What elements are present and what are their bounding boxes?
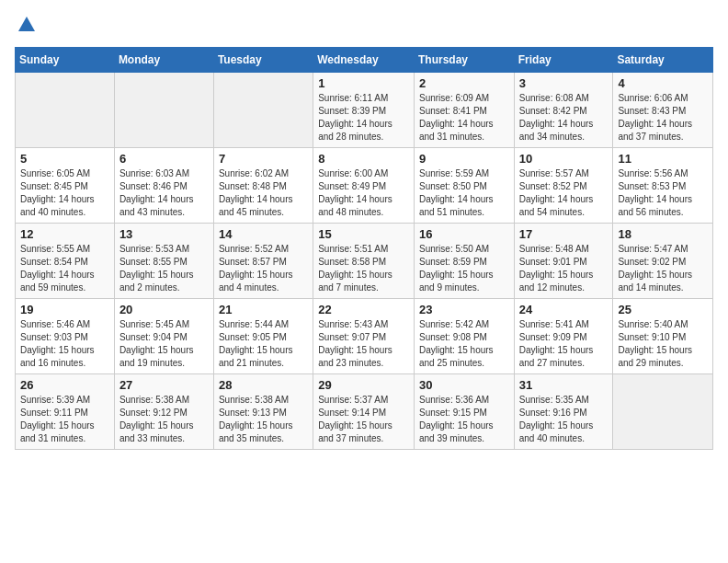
- calendar-body: 1Sunrise: 6:11 AM Sunset: 8:39 PM Daylig…: [16, 72, 713, 449]
- day-info: Sunrise: 5:48 AM Sunset: 9:01 PM Dayligh…: [519, 243, 609, 294]
- calendar-cell: 28Sunrise: 5:38 AM Sunset: 9:13 PM Dayli…: [213, 373, 313, 449]
- day-number: 12: [20, 227, 109, 241]
- day-info: Sunrise: 5:37 AM Sunset: 9:14 PM Dayligh…: [318, 394, 409, 445]
- calendar-header: SundayMondayTuesdayWednesdayThursdayFrid…: [16, 47, 713, 72]
- day-info: Sunrise: 5:36 AM Sunset: 9:15 PM Dayligh…: [419, 394, 509, 445]
- calendar-cell: 31Sunrise: 5:35 AM Sunset: 9:16 PM Dayli…: [514, 373, 613, 449]
- day-number: 31: [519, 378, 609, 392]
- weekday-header: Tuesday: [213, 47, 313, 72]
- day-number: 7: [219, 152, 308, 166]
- day-info: Sunrise: 5:39 AM Sunset: 9:11 PM Dayligh…: [20, 394, 109, 445]
- calendar-cell: 17Sunrise: 5:48 AM Sunset: 9:01 PM Dayli…: [514, 223, 613, 298]
- day-number: 26: [20, 378, 109, 392]
- calendar-cell: 1Sunrise: 6:11 AM Sunset: 8:39 PM Daylig…: [313, 72, 415, 147]
- day-number: 24: [519, 303, 609, 316]
- weekday-header: Friday: [514, 47, 613, 72]
- calendar-cell: 11Sunrise: 5:56 AM Sunset: 8:53 PM Dayli…: [613, 147, 713, 223]
- day-info: Sunrise: 5:52 AM Sunset: 8:57 PM Dayligh…: [219, 243, 308, 294]
- calendar-cell: 9Sunrise: 5:59 AM Sunset: 8:50 PM Daylig…: [414, 147, 514, 223]
- day-info: Sunrise: 5:42 AM Sunset: 9:08 PM Dayligh…: [419, 318, 509, 370]
- calendar-cell: 12Sunrise: 5:55 AM Sunset: 8:54 PM Dayli…: [16, 223, 115, 298]
- calendar-cell: 24Sunrise: 5:41 AM Sunset: 9:09 PM Dayli…: [514, 298, 613, 373]
- calendar-week-row: 1Sunrise: 6:11 AM Sunset: 8:39 PM Daylig…: [16, 72, 713, 147]
- day-info: Sunrise: 6:05 AM Sunset: 8:45 PM Dayligh…: [20, 167, 109, 219]
- day-info: Sunrise: 5:40 AM Sunset: 9:10 PM Dayligh…: [618, 318, 708, 370]
- calendar-week-row: 12Sunrise: 5:55 AM Sunset: 8:54 PM Dayli…: [16, 223, 713, 298]
- header-row: SundayMondayTuesdayWednesdayThursdayFrid…: [16, 47, 713, 72]
- logo: [15, 15, 37, 40]
- calendar-cell: 22Sunrise: 5:43 AM Sunset: 9:07 PM Dayli…: [313, 298, 415, 373]
- calendar-cell: 19Sunrise: 5:46 AM Sunset: 9:03 PM Dayli…: [16, 298, 115, 373]
- day-info: Sunrise: 5:43 AM Sunset: 9:07 PM Dayligh…: [318, 318, 409, 370]
- day-info: Sunrise: 5:59 AM Sunset: 8:50 PM Dayligh…: [419, 167, 509, 219]
- day-number: 19: [20, 303, 109, 316]
- calendar-cell: 29Sunrise: 5:37 AM Sunset: 9:14 PM Dayli…: [313, 373, 415, 449]
- calendar-cell: 23Sunrise: 5:42 AM Sunset: 9:08 PM Dayli…: [414, 298, 514, 373]
- calendar-cell: [213, 72, 313, 147]
- day-info: Sunrise: 5:35 AM Sunset: 9:16 PM Dayligh…: [519, 394, 609, 445]
- calendar-cell: 6Sunrise: 6:03 AM Sunset: 8:46 PM Daylig…: [114, 147, 213, 223]
- calendar-cell: 16Sunrise: 5:50 AM Sunset: 8:59 PM Dayli…: [414, 223, 514, 298]
- day-number: 28: [219, 378, 308, 392]
- calendar-cell: 25Sunrise: 5:40 AM Sunset: 9:10 PM Dayli…: [613, 298, 713, 373]
- day-info: Sunrise: 5:55 AM Sunset: 8:54 PM Dayligh…: [20, 243, 109, 294]
- day-info: Sunrise: 6:11 AM Sunset: 8:39 PM Dayligh…: [318, 92, 409, 144]
- calendar-cell: 10Sunrise: 5:57 AM Sunset: 8:52 PM Dayli…: [514, 147, 613, 223]
- calendar-cell: 20Sunrise: 5:45 AM Sunset: 9:04 PM Dayli…: [114, 298, 213, 373]
- calendar-week-row: 5Sunrise: 6:05 AM Sunset: 8:45 PM Daylig…: [16, 147, 713, 223]
- calendar-cell: 8Sunrise: 6:00 AM Sunset: 8:49 PM Daylig…: [313, 147, 415, 223]
- day-number: 13: [119, 227, 209, 241]
- weekday-header: Thursday: [414, 47, 514, 72]
- calendar-week-row: 19Sunrise: 5:46 AM Sunset: 9:03 PM Dayli…: [16, 298, 713, 373]
- calendar-cell: 2Sunrise: 6:09 AM Sunset: 8:41 PM Daylig…: [414, 72, 514, 147]
- day-number: 21: [219, 303, 308, 316]
- day-info: Sunrise: 6:08 AM Sunset: 8:42 PM Dayligh…: [519, 92, 609, 144]
- day-info: Sunrise: 6:03 AM Sunset: 8:46 PM Dayligh…: [119, 167, 209, 219]
- day-number: 9: [419, 152, 509, 166]
- day-info: Sunrise: 5:51 AM Sunset: 8:58 PM Dayligh…: [318, 243, 409, 294]
- calendar-cell: 15Sunrise: 5:51 AM Sunset: 8:58 PM Dayli…: [313, 223, 415, 298]
- day-info: Sunrise: 6:00 AM Sunset: 8:49 PM Dayligh…: [318, 167, 409, 219]
- calendar-cell: [16, 72, 115, 147]
- weekday-header: Monday: [114, 47, 213, 72]
- day-number: 20: [119, 303, 209, 316]
- day-info: Sunrise: 5:38 AM Sunset: 9:12 PM Dayligh…: [119, 394, 209, 445]
- day-info: Sunrise: 5:50 AM Sunset: 8:59 PM Dayligh…: [419, 243, 509, 294]
- day-number: 3: [519, 76, 609, 90]
- day-info: Sunrise: 5:45 AM Sunset: 9:04 PM Dayligh…: [119, 318, 209, 370]
- day-info: Sunrise: 5:41 AM Sunset: 9:09 PM Dayligh…: [519, 318, 609, 370]
- calendar-cell: 21Sunrise: 5:44 AM Sunset: 9:05 PM Dayli…: [213, 298, 313, 373]
- calendar-week-row: 26Sunrise: 5:39 AM Sunset: 9:11 PM Dayli…: [16, 373, 713, 449]
- calendar-cell: 3Sunrise: 6:08 AM Sunset: 8:42 PM Daylig…: [514, 72, 613, 147]
- calendar-cell: 27Sunrise: 5:38 AM Sunset: 9:12 PM Dayli…: [114, 373, 213, 449]
- day-number: 14: [219, 227, 308, 241]
- day-number: 4: [618, 76, 708, 90]
- day-info: Sunrise: 5:38 AM Sunset: 9:13 PM Dayligh…: [219, 394, 308, 445]
- day-info: Sunrise: 5:46 AM Sunset: 9:03 PM Dayligh…: [20, 318, 109, 370]
- day-number: 25: [618, 303, 708, 316]
- day-number: 8: [318, 152, 409, 166]
- day-number: 2: [419, 76, 509, 90]
- weekday-header: Saturday: [613, 47, 713, 72]
- day-number: 27: [119, 378, 209, 392]
- weekday-header: Sunday: [16, 47, 115, 72]
- day-info: Sunrise: 6:09 AM Sunset: 8:41 PM Dayligh…: [419, 92, 509, 144]
- day-info: Sunrise: 5:53 AM Sunset: 8:55 PM Dayligh…: [119, 243, 209, 294]
- day-number: 30: [419, 378, 509, 392]
- calendar-cell: 14Sunrise: 5:52 AM Sunset: 8:57 PM Dayli…: [213, 223, 313, 298]
- svg-marker-0: [18, 17, 35, 31]
- day-number: 17: [519, 227, 609, 241]
- day-number: 5: [20, 152, 109, 166]
- calendar-cell: 4Sunrise: 6:06 AM Sunset: 8:43 PM Daylig…: [613, 72, 713, 147]
- logo-icon: [17, 15, 37, 35]
- day-number: 1: [318, 76, 409, 90]
- day-number: 6: [119, 152, 209, 166]
- weekday-header: Wednesday: [313, 47, 415, 72]
- calendar-cell: 7Sunrise: 6:02 AM Sunset: 8:48 PM Daylig…: [213, 147, 313, 223]
- day-info: Sunrise: 5:44 AM Sunset: 9:05 PM Dayligh…: [219, 318, 308, 370]
- calendar-cell: 26Sunrise: 5:39 AM Sunset: 9:11 PM Dayli…: [16, 373, 115, 449]
- calendar-cell: 18Sunrise: 5:47 AM Sunset: 9:02 PM Dayli…: [613, 223, 713, 298]
- calendar-table: SundayMondayTuesdayWednesdayThursdayFrid…: [15, 47, 713, 450]
- day-number: 18: [618, 227, 708, 241]
- day-number: 10: [519, 152, 609, 166]
